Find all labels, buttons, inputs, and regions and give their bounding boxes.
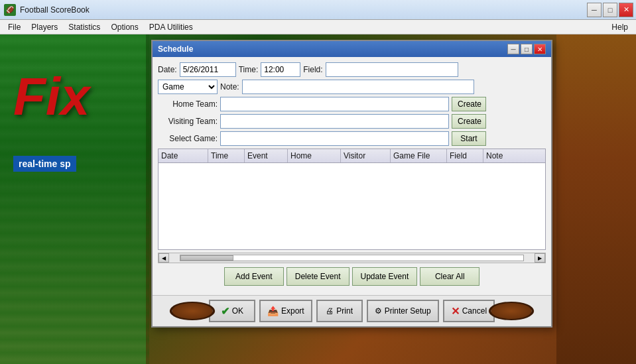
maximize-button[interactable]: □ [603,3,617,17]
note-label: Note: [220,82,239,91]
football-icon-right [489,302,534,320]
export-button[interactable]: 📤 Export [259,300,312,322]
table-body[interactable] [159,163,545,249]
print-button[interactable]: 🖨 Print [316,300,363,322]
add-event-button[interactable]: Add Event [224,267,284,286]
export-label: Export [281,306,304,316]
visiting-team-label: Visiting Team: [158,117,218,126]
row-event-note: Game Practice Other Note: [158,80,546,94]
app-icon: 🏈 [4,4,16,16]
event-type-select[interactable]: Game Practice Other [158,80,218,94]
scroll-left-button[interactable]: ◀ [159,253,169,263]
start-button[interactable]: Start [452,131,486,146]
printer-setup-label: Printer Setup [385,306,431,316]
title-bar-controls: ─ □ ✕ [587,3,633,17]
time-input[interactable] [261,62,300,77]
print-label: Print [336,306,353,316]
time-label: Time: [239,65,259,74]
menu-statistics[interactable]: Statistics [63,21,105,33]
menu-options[interactable]: Options [105,21,143,33]
select-game-label: Select Game: [158,134,218,143]
field-label: Field: [303,65,322,74]
delete-event-button[interactable]: Delete Event [286,267,350,286]
th-time: Time [208,149,245,162]
dialog-maximize-button[interactable]: □ [521,44,533,54]
export-icon: 📤 [267,306,279,316]
date-label: Date: [158,65,177,74]
scroll-right-button[interactable]: ▶ [535,253,545,263]
dialog-title-bar: Schedule ─ □ ✕ [153,41,551,57]
th-date: Date [159,149,208,162]
printer-setup-icon: ⚙ [375,306,382,316]
row-select-game: Select Game: Start [158,131,546,146]
cancel-x-icon: ✕ [451,305,460,318]
cancel-button[interactable]: ✕ Cancel [443,300,495,322]
printer-setup-button[interactable]: ⚙ Printer Setup [367,300,439,322]
ok-button[interactable]: ✔ OK [209,300,255,322]
dialog-minimize-button[interactable]: ─ [507,44,519,54]
menu-file[interactable]: File [3,21,26,33]
home-team-label: Home Team: [158,99,218,109]
app-title: Football ScoreBook [20,5,587,15]
note-input[interactable] [242,80,474,94]
horizontal-scrollbar[interactable]: ◀ ▶ [158,253,546,263]
row-visiting-team: Visiting Team: Create [158,114,546,129]
row-date-time-field: Date: Time: Field: [158,62,546,77]
th-home: Home [288,149,341,162]
bg-right [556,20,636,364]
select-game-input[interactable] [220,131,449,146]
field-input[interactable] [326,62,458,77]
schedule-dialog: Schedule ─ □ ✕ Date: Time: Field: Game P… [151,40,552,328]
visiting-team-create-button[interactable]: Create [452,114,486,129]
ok-label: OK [232,306,243,316]
dialog-title-controls: ─ □ ✕ [507,44,546,54]
cancel-label: Cancel [462,306,487,316]
th-game-file: Game File [391,149,447,162]
menu-bar: File Players Statistics Options PDA Util… [0,20,636,34]
action-buttons-row: Add Event Delete Event Update Event Clea… [158,267,546,286]
table-header: Date Time Event Home Visitor Game File F… [159,149,545,163]
th-field: Field [447,149,483,162]
visiting-team-input[interactable] [220,114,449,129]
close-app-button[interactable]: ✕ [619,3,633,17]
th-event: Event [245,149,288,162]
menu-pda-utilities[interactable]: PDA Utilities [144,21,198,33]
print-icon: 🖨 [326,306,334,316]
home-team-input[interactable] [220,97,449,111]
dialog-close-button[interactable]: ✕ [534,44,546,54]
dialog-footer: ✔ OK 📤 Export 🖨 Print ⚙ Printer Setup ✕ … [153,295,551,326]
dialog-content: Date: Time: Field: Game Practice Other N… [153,57,551,295]
minimize-button[interactable]: ─ [587,3,602,17]
fix-subtitle: real-time sp [13,156,76,172]
update-event-button[interactable]: Update Event [352,267,418,286]
scroll-thumb[interactable] [180,255,233,261]
dialog-title-text: Schedule [158,44,193,54]
menu-players[interactable]: Players [26,21,63,33]
th-visitor: Visitor [341,149,391,162]
title-bar: 🏈 Football ScoreBook ─ □ ✕ [0,0,636,20]
th-note: Note [483,149,520,162]
home-team-create-button[interactable]: Create [452,97,486,111]
clear-all-button[interactable]: Clear All [420,267,479,286]
menu-help[interactable]: Help [606,21,633,33]
row-home-team: Home Team: Create [158,97,546,111]
football-icon-left [170,302,215,320]
scroll-track[interactable] [180,255,524,261]
ok-check-icon: ✔ [221,305,229,318]
date-input[interactable] [180,62,236,77]
schedule-table: Date Time Event Home Visitor Game File F… [158,149,546,250]
fix-logo: Fix [13,66,90,127]
